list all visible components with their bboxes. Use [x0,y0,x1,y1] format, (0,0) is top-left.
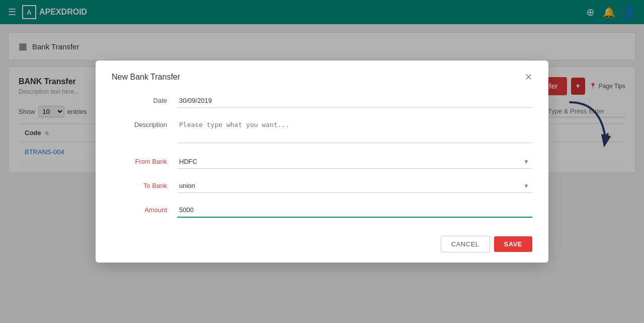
description-label: Description [112,118,177,128]
modal-header: New Bank Transfer ✕ [112,73,532,82]
form-row-to-bank: To Bank union ▼ [112,179,532,181]
date-field [177,94,532,108]
date-input[interactable] [177,94,532,108]
date-label: Date [112,94,177,104]
modal-close-button[interactable]: ✕ [525,73,532,82]
from-bank-select-wrapper: HDFC ▼ [177,155,532,169]
modal-title: New Bank Transfer [112,73,180,82]
description-textarea[interactable] [177,118,532,143]
from-bank-select[interactable]: HDFC [177,155,532,169]
to-bank-label: To Bank [112,179,177,181]
modal-dialog: New Bank Transfer ✕ Date Description Fro… [96,60,548,181]
from-bank-label: From Bank [112,155,177,165]
description-field [177,118,532,145]
modal-overlay: New Bank Transfer ✕ Date Description Fro… [0,0,644,181]
to-bank-field: union ▼ [177,179,532,181]
form-row-date: Date [112,94,532,108]
to-bank-select[interactable]: union [177,179,532,181]
from-bank-field: HDFC ▼ [177,155,532,169]
form-row-description: Description [112,118,532,145]
to-bank-select-wrapper: union ▼ [177,179,532,181]
form-row-from-bank: From Bank HDFC ▼ [112,155,532,169]
